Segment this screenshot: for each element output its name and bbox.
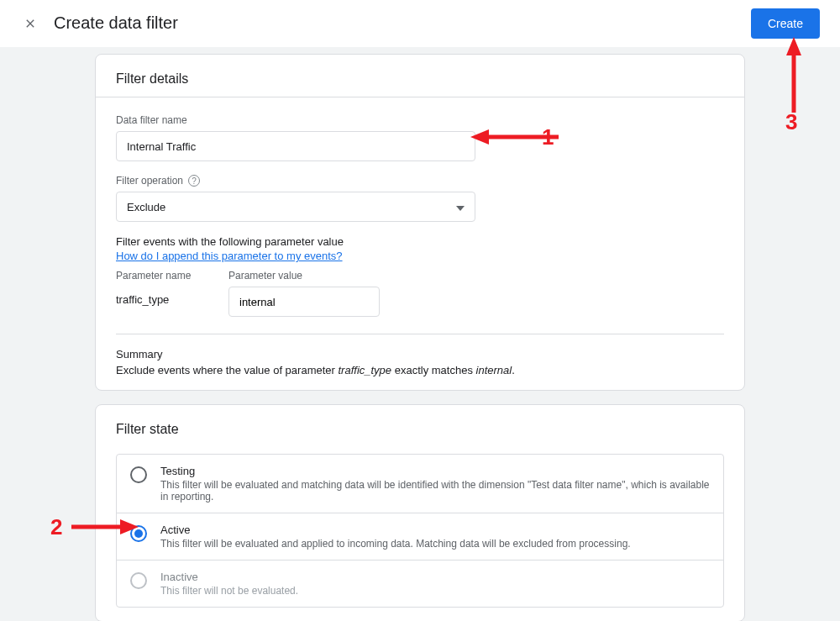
- option-title: Testing: [160, 465, 710, 477]
- parameter-name-label: Parameter name: [116, 270, 208, 282]
- help-icon[interactable]: ?: [188, 175, 200, 187]
- option-desc: This filter will be evaluated and matchi…: [160, 479, 710, 503]
- summary-title: Summary: [116, 348, 724, 360]
- chevron-down-icon: [456, 201, 465, 213]
- page-title: Create data filter: [54, 13, 178, 33]
- filter-state-options: Testing This filter will be evaluated an…: [116, 454, 724, 608]
- summary-text: Exclude events where the value of parame…: [116, 364, 724, 376]
- create-button[interactable]: Create: [751, 8, 820, 39]
- parameter-name-value: traffic_type: [116, 287, 208, 306]
- radio-active[interactable]: [130, 525, 147, 542]
- filter-name-label: Data filter name: [116, 114, 724, 126]
- close-icon[interactable]: [20, 13, 40, 34]
- filter-state-option-inactive[interactable]: Inactive This filter will not be evaluat…: [117, 560, 723, 607]
- filter-state-card: Filter state Testing This filter will be…: [95, 404, 745, 621]
- option-desc: This filter will not be evaluated.: [160, 585, 298, 597]
- filter-details-title: Filter details: [96, 55, 744, 97]
- summary-mid: exactly matches: [391, 364, 475, 376]
- summary-value: internal: [476, 364, 512, 376]
- summary-post: .: [512, 364, 515, 376]
- parameter-value-input[interactable]: [228, 287, 380, 317]
- parameter-value-label: Parameter value: [228, 270, 380, 282]
- filter-operation-value: Exclude: [127, 201, 165, 213]
- filter-state-option-testing[interactable]: Testing This filter will be evaluated an…: [117, 455, 723, 513]
- radio-inactive[interactable]: [130, 572, 147, 589]
- filter-operation-label: Filter operation ?: [116, 175, 724, 187]
- option-desc: This filter will be evaluated and applie…: [160, 538, 631, 550]
- filter-events-title: Filter events with the following paramet…: [116, 235, 724, 248]
- radio-testing[interactable]: [130, 466, 147, 483]
- option-title: Active: [160, 524, 631, 536]
- filter-state-option-active[interactable]: Active This filter will be evaluated and…: [117, 513, 723, 560]
- filter-operation-select[interactable]: Exclude: [116, 192, 475, 222]
- filter-name-input[interactable]: [116, 131, 475, 161]
- option-title: Inactive: [160, 571, 298, 583]
- app-header: Create data filter Create: [0, 0, 840, 47]
- summary-pre: Exclude events where the value of parame…: [116, 364, 338, 376]
- filter-details-card: Filter details Data filter name Filter o…: [95, 54, 745, 391]
- summary-param: traffic_type: [338, 364, 391, 376]
- filter-events-help-link[interactable]: How do I append this parameter to my eve…: [116, 250, 343, 262]
- filter-state-title: Filter state: [96, 405, 744, 447]
- filter-operation-label-text: Filter operation: [116, 175, 183, 187]
- header-left: Create data filter: [20, 13, 178, 34]
